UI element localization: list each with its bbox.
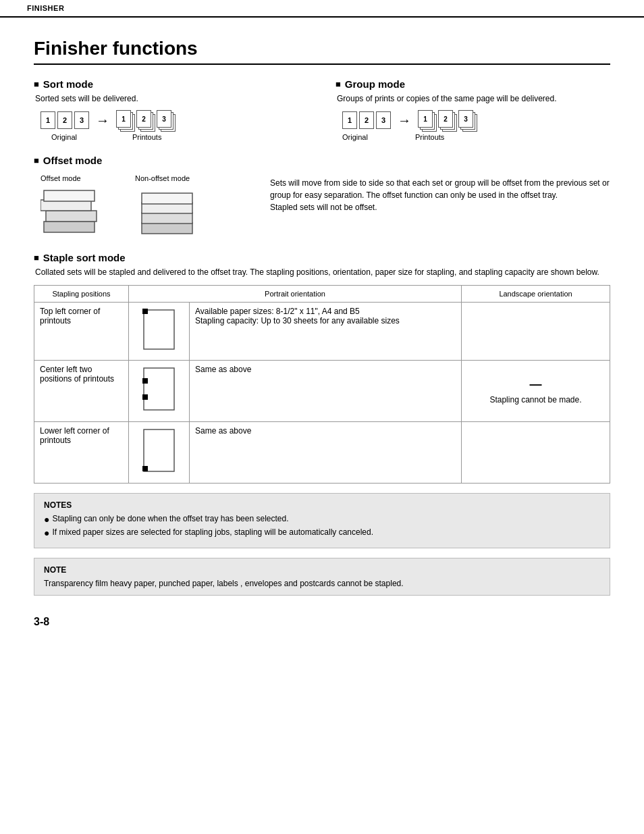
sort-mode-desc: Sorted sets will be delivered.: [35, 94, 308, 103]
sort-original-label: Original: [41, 133, 88, 141]
notes-text-2: If mixed paper sizes are selected for st…: [52, 527, 373, 537]
portrait-svg-2: [140, 365, 178, 415]
offset-left-col: Offset mode Non-offset mode: [34, 170, 250, 238]
svg-rect-13: [144, 429, 174, 471]
stack-2: 2 2 2: [136, 110, 155, 130]
svg-rect-3: [44, 190, 95, 201]
notes-text-1: Stapling can only be done when the offse…: [52, 514, 288, 523]
note-box: NOTE Transparency film heavy paper, punc…: [34, 558, 610, 596]
top-bar: FINISHER: [0, 0, 644, 18]
stack-1: 1 1 1: [116, 110, 135, 130]
group-page-2: 2: [359, 111, 374, 129]
landscape-cannot-text: Stapling cannot be made.: [489, 395, 581, 405]
non-offset-mode-item: Non-offset mode: [135, 174, 203, 238]
portrait-desc-cell-2: Same as above: [190, 361, 462, 422]
svg-rect-12: [142, 394, 148, 400]
sort-printout-stacks: 1 1 1 2 2 2 3 3 3: [116, 110, 176, 130]
col-header-portrait: Portrait orientation: [129, 286, 462, 303]
offset-desc: Sets will move from side to side so that…: [270, 177, 610, 213]
portrait-diagram-cell-3: [129, 422, 190, 484]
landscape-dash: —: [530, 377, 542, 391]
position-cell-3: Lower left corner of printouts: [34, 422, 129, 484]
staple-sort-desc: Collated sets will be stapled and delive…: [35, 267, 610, 277]
group-diagram-labels: Original Printouts: [342, 133, 610, 141]
svg-rect-7: [142, 193, 192, 204]
offset-mode-label: Offset mode: [41, 174, 81, 182]
offset-diagrams: Offset mode Non-offset mode: [41, 174, 250, 238]
svg-rect-4: [142, 223, 192, 234]
offset-stack-svg: [41, 188, 108, 238]
page-title: Finisher functions: [34, 38, 610, 65]
position-cell-2: Center left two positions of printouts: [34, 361, 129, 422]
landscape-cell-2: — Stapling cannot be made.: [462, 361, 610, 422]
offset-two-col: Offset mode Non-offset mode: [34, 170, 610, 238]
offset-mode-item: Offset mode: [41, 174, 108, 238]
note-title: NOTE: [44, 565, 600, 575]
group-page-1: 1: [342, 111, 357, 129]
notes-item-1: ● Stapling can only be done when the off…: [44, 514, 600, 525]
sort-mode-diagram: 1 2 3 → 1 1 1 2 2 2: [41, 110, 308, 130]
non-offset-mode-label: Non-offset mode: [135, 174, 190, 182]
offset-right-col: Sets will move from side to side so that…: [270, 170, 610, 238]
top-two-col: Sort mode Sorted sets will be delivered.…: [34, 78, 610, 141]
offset-mode-heading: Offset mode: [34, 155, 610, 166]
portrait-diagram-cell-1: [129, 303, 190, 361]
col-header-landscape: Landscape orientation: [462, 286, 610, 303]
note-text: Transparency film heavy paper, punched p…: [44, 579, 600, 588]
bullet-2: ●: [44, 527, 49, 539]
notes-box: NOTES ● Stapling can only be done when t…: [34, 493, 610, 548]
group-arrow: →: [398, 113, 411, 128]
group-mode-desc: Groups of prints or copies of the same p…: [337, 94, 610, 103]
page-content: Finisher functions Sort mode Sorted sets…: [0, 18, 644, 655]
portrait-svg-3: [140, 426, 178, 477]
table-header-row: Stapling positions Portrait orientation …: [34, 286, 610, 303]
page-2: 2: [57, 111, 72, 129]
svg-rect-14: [142, 466, 148, 471]
notes-title: NOTES: [44, 500, 600, 510]
group-mode-diagram: 1 2 3 → 1 1 1 2 2 2: [342, 110, 610, 130]
svg-rect-0: [44, 221, 95, 232]
offset-mode-section: Offset mode Offset mode: [34, 155, 610, 238]
sort-diagram-labels: Original Printouts: [41, 133, 308, 141]
position-cell-1: Top left corner of printouts: [34, 303, 129, 361]
col-header-positions: Stapling positions: [34, 286, 129, 303]
page-number: 3-8: [34, 616, 610, 628]
sort-printouts-label: Printouts: [132, 133, 161, 141]
group-stack-2: 2 2 2: [438, 110, 457, 130]
group-original-pages: 1 2 3: [342, 111, 391, 129]
svg-rect-11: [142, 378, 148, 384]
svg-rect-8: [144, 310, 174, 349]
sort-mode-section: Sort mode Sorted sets will be delivered.…: [34, 78, 308, 141]
stack-3: 3 3 3: [157, 110, 176, 130]
group-printouts-label: Printouts: [415, 133, 444, 141]
group-stack-1: 1 1 1: [418, 110, 437, 130]
svg-rect-1: [46, 211, 97, 221]
portrait-svg-1: [140, 307, 178, 354]
group-mode-section: Group mode Groups of prints or copies of…: [336, 78, 610, 141]
group-stack-3: 3 3 3: [458, 110, 477, 130]
portrait-desc-cell-3: Same as above: [190, 422, 462, 484]
notes-item-2: ● If mixed paper sizes are selected for …: [44, 527, 600, 539]
svg-rect-9: [142, 309, 148, 314]
table-row: Top left corner of printouts Available p…: [34, 303, 610, 361]
sort-mode-heading: Sort mode: [34, 78, 308, 90]
staple-table: Stapling positions Portrait orientation …: [34, 285, 610, 484]
table-row: Lower left corner of printouts Same as a…: [34, 422, 610, 484]
portrait-diagram-cell-2: [129, 361, 190, 422]
landscape-cell-1: [462, 303, 610, 361]
svg-rect-10: [144, 368, 174, 410]
header-label: FINISHER: [27, 4, 64, 12]
original-pages: 1 2 3: [41, 111, 89, 129]
non-offset-stack-svg: [135, 188, 203, 238]
page-1: 1: [41, 111, 55, 129]
group-mode-heading: Group mode: [336, 78, 610, 90]
portrait-desc-cell-1: Available paper sizes: 8-1/2" x 11", A4 …: [190, 303, 462, 361]
staple-sort-section: Staple sort mode Collated sets will be s…: [34, 252, 610, 596]
group-page-3: 3: [376, 111, 391, 129]
group-printout-stacks: 1 1 1 2 2 2 3 3 3: [418, 110, 477, 130]
page-3: 3: [74, 111, 89, 129]
landscape-cell-3: [462, 422, 610, 484]
group-original-label: Original: [342, 133, 368, 141]
staple-sort-heading: Staple sort mode: [34, 252, 610, 263]
bullet-1: ●: [44, 514, 49, 525]
